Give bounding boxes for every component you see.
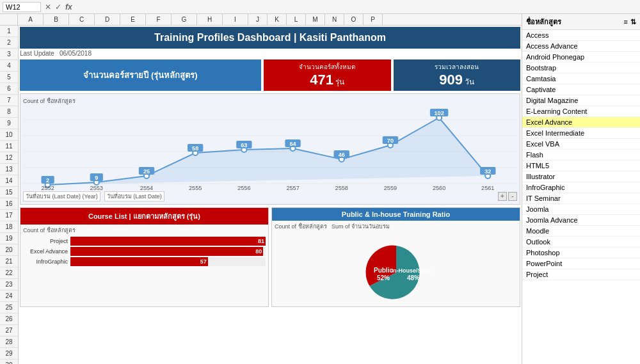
col-B[interactable]: B [44, 14, 69, 25]
row-10[interactable]: 10 [0, 129, 18, 141]
confirm-icon[interactable]: ✓ [54, 3, 63, 12]
row-19[interactable]: 19 [0, 233, 18, 244]
right-panel-item[interactable]: Excel VBA [522, 139, 640, 150]
year-filter-btn[interactable]: วันที่อบรม (Last Date) (Year) [23, 191, 100, 202]
course-fill-excel: 80 [70, 247, 263, 256]
col-O[interactable]: O [344, 14, 364, 25]
right-panel-item[interactable]: Digital Magazine [522, 95, 640, 106]
row-12[interactable]: 12 [0, 152, 18, 164]
right-panel-item[interactable]: Camtasia [522, 74, 640, 84]
row-8[interactable]: 8 [0, 106, 18, 118]
chart-remove-btn[interactable]: - [508, 192, 517, 201]
row-27[interactable]: 27 [0, 325, 18, 336]
svg-text:2553: 2553 [90, 185, 103, 191]
svg-text:Public: Public [373, 267, 392, 274]
row-22[interactable]: 22 [0, 267, 18, 279]
right-panel-item[interactable]: Excel Advance [522, 117, 640, 128]
course-bar-infographic: InfroGraphic 57 [20, 257, 268, 267]
row-14[interactable]: 14 [0, 175, 18, 187]
right-panel-item[interactable]: HTML5 [522, 161, 640, 171]
right-panel-item[interactable]: Joomla Advance [522, 215, 640, 226]
row-11[interactable]: 11 [0, 141, 18, 152]
pie-panel: Public & In-house Training Ratio Count o… [271, 207, 520, 307]
svg-text:In-House/Speci: In-House/Speci [391, 267, 433, 274]
right-panel-item[interactable]: Joomla [522, 204, 640, 215]
right-panel-item[interactable]: IT Seminar [522, 193, 640, 204]
row-18[interactable]: 18 [0, 221, 18, 233]
sort-icon[interactable]: ⇅ [630, 18, 636, 26]
row-28[interactable]: 28 [0, 336, 18, 348]
right-panel-item[interactable]: Project [522, 269, 640, 280]
row-23[interactable]: 23 [0, 279, 18, 290]
row-6[interactable]: 6 [0, 83, 18, 95]
row-26[interactable]: 26 [0, 313, 18, 325]
filter-icon[interactable]: ≡ [624, 18, 628, 26]
col-H[interactable]: H [197, 14, 223, 25]
row-21[interactable]: 21 [0, 256, 18, 267]
col-A[interactable]: A [18, 14, 44, 25]
name-box[interactable] [3, 2, 41, 12]
col-K[interactable]: K [268, 14, 287, 25]
col-I[interactable]: I [223, 14, 248, 25]
svg-text:2559: 2559 [384, 185, 397, 191]
row-13[interactable]: 13 [0, 164, 18, 175]
svg-text:46: 46 [339, 152, 345, 158]
right-panel-item[interactable]: Illustrator [522, 171, 640, 182]
right-panel-item[interactable]: Access [522, 30, 640, 41]
right-panel-item[interactable]: Android Phonegap [522, 52, 640, 63]
right-panel-item[interactable]: Captivate [522, 84, 640, 95]
chart-add-btn[interactable]: + [498, 192, 507, 201]
row-7[interactable]: 7 [0, 95, 18, 106]
row-5[interactable]: 5 [0, 72, 18, 83]
col-G[interactable]: G [172, 14, 197, 25]
total-courses-label: จำนวนคอร์สทั้งหมด [270, 62, 385, 72]
month-filter-btn[interactable]: วันที่อบรม (Last Date) [104, 191, 164, 202]
col-N[interactable]: N [325, 14, 344, 25]
right-panel-item[interactable]: Flash [522, 150, 640, 161]
row-30[interactable]: 30 [0, 360, 18, 364]
function-icon[interactable]: fx [64, 3, 74, 12]
row-15[interactable]: 15 [0, 187, 18, 198]
row-16[interactable]: 16 [0, 198, 18, 210]
right-panel-item[interactable]: Bootstrap [522, 63, 640, 74]
right-panel-item[interactable]: Excel Intermediate [522, 128, 640, 139]
row-25[interactable]: 25 [0, 302, 18, 313]
col-M[interactable]: M [306, 14, 325, 25]
cancel-icon[interactable]: ✕ [44, 3, 52, 12]
col-L[interactable]: L [287, 14, 306, 25]
right-panel-item[interactable]: InfroGraphic [522, 182, 640, 193]
col-C[interactable]: C [69, 14, 95, 25]
row-2[interactable]: 2 [0, 37, 18, 49]
right-panel-item[interactable]: Outlook [522, 237, 640, 248]
course-track-excel: 80 [70, 247, 266, 256]
row-4[interactable]: 4 [0, 60, 18, 72]
dashboard-title: Training Profiles Dashboard | Kasiti Pan… [20, 27, 520, 49]
right-panel-item[interactable]: E-Learning Content [522, 106, 640, 117]
svg-text:9: 9 [95, 175, 98, 181]
row-24[interactable]: 24 [0, 290, 18, 302]
row-17[interactable]: 17 [0, 210, 18, 221]
main-area: A B C D E F G H I J K L M N O P [0, 14, 640, 364]
row-3[interactable]: 3 [0, 49, 18, 60]
formula-input[interactable] [76, 3, 637, 11]
col-P[interactable]: P [364, 14, 383, 25]
row-29[interactable]: 29 [0, 348, 18, 360]
pie-legend2: Sum of จำนวนวันอบรม [332, 223, 390, 230]
formula-icons: ✕ ✓ fx [44, 3, 74, 12]
right-panel-item[interactable]: PowerPoint [522, 258, 640, 269]
row-9[interactable]: 9 [0, 118, 18, 129]
right-panel-item[interactable]: Photoshop [522, 248, 640, 258]
row-20[interactable]: 20 [0, 244, 18, 256]
right-panel-item[interactable]: Access Advance [522, 41, 640, 52]
course-val-excel: 80 [255, 247, 262, 256]
col-J[interactable]: J [248, 14, 268, 25]
row-1[interactable]: 1 [0, 26, 18, 37]
course-bar-excel: Excel Advance 80 [20, 246, 268, 257]
col-D[interactable]: D [95, 14, 120, 25]
grid-body: 1 2 3 4 5 6 7 8 9 10 11 12 13 14 15 16 1 [0, 26, 522, 364]
col-F[interactable]: F [146, 14, 172, 25]
right-panel-item[interactable]: Moodle [522, 226, 640, 237]
col-E[interactable]: E [120, 14, 146, 25]
row-headers: 1 2 3 4 5 6 7 8 9 10 11 12 13 14 15 16 1 [0, 26, 19, 364]
course-name-project: Project [23, 238, 68, 244]
